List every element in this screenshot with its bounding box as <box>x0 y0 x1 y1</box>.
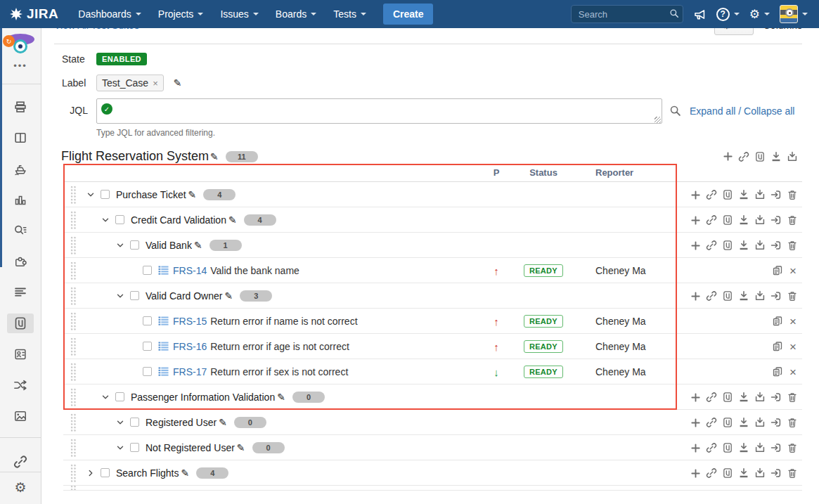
issue-key-link[interactable]: FRS-14 <box>173 265 207 276</box>
move-to-icon[interactable] <box>770 442 782 453</box>
issue-key-link[interactable]: FRS-17 <box>173 366 207 377</box>
test-suite-icon[interactable] <box>754 151 766 162</box>
export-icon[interactable] <box>754 467 766 479</box>
row-checkbox[interactable] <box>130 240 139 250</box>
trash-icon[interactable] <box>787 417 798 428</box>
collapse-all-link[interactable]: Collapse all <box>744 105 794 117</box>
drag-handle[interactable] <box>70 464 77 482</box>
drag-handle[interactable] <box>70 287 77 305</box>
test-suite-icon[interactable] <box>722 442 733 453</box>
row-checkbox[interactable] <box>143 342 152 351</box>
move-to-icon[interactable] <box>770 417 782 428</box>
export-icon[interactable] <box>754 214 766 226</box>
test-suite-icon[interactable] <box>722 240 733 251</box>
export-icon[interactable] <box>754 189 766 200</box>
user-menu[interactable] <box>780 5 808 23</box>
test-suite-icon[interactable] <box>722 467 733 479</box>
link-icon[interactable] <box>738 151 749 162</box>
drag-handle[interactable] <box>70 363 77 381</box>
more-icon[interactable]: ••• <box>13 60 27 71</box>
sidebar-item-releases[interactable] <box>7 159 34 179</box>
remove-x-icon[interactable]: × <box>788 316 798 328</box>
jql-input[interactable] <box>96 98 662 124</box>
trash-icon[interactable] <box>787 467 798 479</box>
project-avatar[interactable]: ↻ <box>6 34 34 45</box>
link-icon[interactable] <box>706 467 717 479</box>
row-checkbox[interactable] <box>143 367 152 376</box>
download-icon[interactable] <box>738 290 749 302</box>
expand-all-link[interactable]: Expand all <box>690 105 735 117</box>
resize-grip[interactable] <box>654 117 661 123</box>
move-to-icon[interactable] <box>770 467 782 479</box>
sidebar-item-summary[interactable] <box>7 283 34 302</box>
nav-menu-projects[interactable]: Projects <box>151 4 211 24</box>
test-suite-icon[interactable] <box>722 214 733 226</box>
sidebar-item-test-suites[interactable] <box>7 314 34 333</box>
download-icon[interactable] <box>738 189 749 200</box>
drag-handle[interactable] <box>70 413 77 432</box>
sidebar-item-reports[interactable] <box>7 190 34 209</box>
edit-pencil-icon[interactable]: ✎ <box>237 442 245 453</box>
help-menu[interactable]: ? <box>716 8 740 21</box>
trash-icon[interactable] <box>787 290 798 302</box>
add-icon[interactable] <box>690 240 701 251</box>
row-checkbox[interactable] <box>115 215 124 224</box>
expand-chevron-icon[interactable] <box>101 215 110 225</box>
test-suite-icon[interactable] <box>722 290 733 302</box>
move-to-icon[interactable] <box>770 392 782 403</box>
jira-logo[interactable]: JIRA <box>10 6 58 22</box>
download-icon[interactable] <box>738 467 749 479</box>
export-icon[interactable] <box>754 392 766 403</box>
sidebar-item-media[interactable] <box>7 406 34 426</box>
search-icon[interactable] <box>669 8 679 18</box>
link-icon[interactable] <box>706 442 717 453</box>
row-checkbox[interactable] <box>101 468 110 477</box>
test-suite-icon[interactable] <box>722 189 733 200</box>
add-icon[interactable] <box>690 443 701 453</box>
row-checkbox[interactable] <box>130 291 139 300</box>
drag-handle[interactable] <box>70 486 77 491</box>
export-icon[interactable] <box>754 240 766 251</box>
drag-handle[interactable] <box>70 261 77 280</box>
export-icon[interactable] <box>754 417 766 428</box>
expand-chevron-icon[interactable] <box>86 190 96 200</box>
copy-icon[interactable] <box>772 366 783 377</box>
remove-x-icon[interactable]: × <box>788 341 798 353</box>
remove-tag-icon[interactable]: × <box>153 78 158 89</box>
move-to-icon[interactable] <box>770 189 782 200</box>
edit-pencil-icon[interactable]: ✎ <box>174 77 182 89</box>
edit-pencil-icon[interactable]: ✎ <box>194 240 202 251</box>
export-icon[interactable] <box>754 442 766 453</box>
drag-handle[interactable] <box>70 186 77 204</box>
link-icon[interactable] <box>706 392 717 403</box>
search-input[interactable] <box>571 5 683 23</box>
nav-menu-tests[interactable]: Tests <box>326 4 373 24</box>
trash-icon[interactable] <box>787 189 798 200</box>
link-icon[interactable] <box>706 240 717 251</box>
create-button[interactable]: Create <box>383 4 434 25</box>
link-icon[interactable] <box>706 290 717 302</box>
move-to-icon[interactable] <box>770 240 782 251</box>
expand-chevron-icon[interactable] <box>115 291 125 301</box>
drag-handle[interactable] <box>70 388 77 406</box>
trash-icon[interactable] <box>787 442 798 453</box>
expand-chevron-icon[interactable] <box>86 468 96 478</box>
copy-icon[interactable] <box>772 341 783 352</box>
add-icon[interactable] <box>690 418 701 428</box>
move-to-icon[interactable] <box>770 214 782 226</box>
issue-key-link[interactable]: FRS-16 <box>173 341 207 352</box>
row-checkbox[interactable] <box>143 316 152 325</box>
sidebar-item-backlog[interactable] <box>7 97 34 117</box>
edit-pencil-icon[interactable]: ✎ <box>188 189 197 200</box>
move-to-icon[interactable] <box>770 290 782 302</box>
add-icon[interactable] <box>690 190 701 200</box>
download-icon[interactable] <box>738 392 749 403</box>
drag-handle[interactable] <box>70 211 77 229</box>
download-icon[interactable] <box>738 214 749 226</box>
export-icon[interactable] <box>787 151 798 162</box>
download-icon[interactable] <box>738 417 749 428</box>
remove-x-icon[interactable]: × <box>788 265 798 277</box>
copy-icon[interactable] <box>772 265 783 276</box>
row-checkbox[interactable] <box>115 392 124 401</box>
drag-handle[interactable] <box>70 312 77 330</box>
